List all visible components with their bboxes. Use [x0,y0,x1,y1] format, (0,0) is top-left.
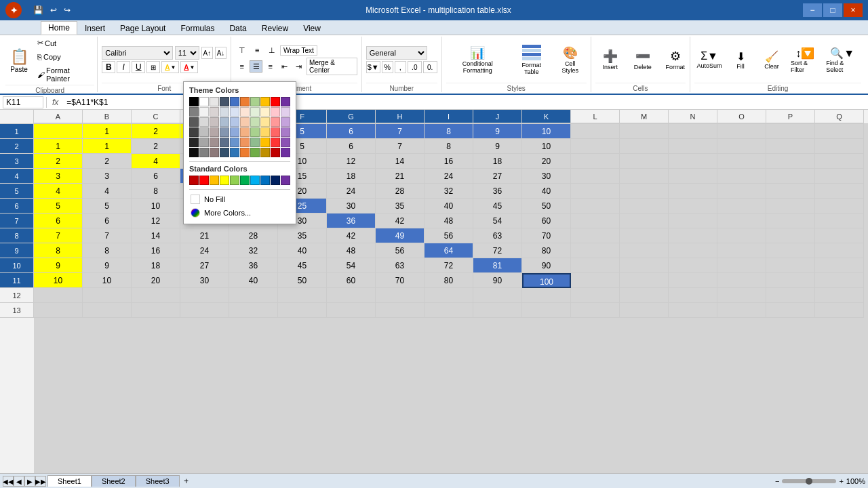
cell-J7[interactable]: 54 [473,214,522,228]
standard-swatch-yellow[interactable] [220,176,229,185]
comma-btn[interactable]: , [395,61,406,73]
cell-N6[interactable] [669,199,717,214]
color-swatch[interactable] [271,97,280,106]
col-header-O[interactable]: O [717,110,766,123]
cell-P13[interactable] [766,303,815,318]
col-header-K[interactable]: K [522,110,571,123]
cell-J11[interactable]: 90 [473,273,522,288]
color-swatch[interactable] [220,117,229,127]
more-colors-option[interactable]: More Colors... [189,206,290,220]
cell-A8[interactable]: 7 [34,228,83,243]
italic-btn[interactable]: I [117,61,130,73]
next-sheet-btn[interactable]: ▶ [24,476,35,487]
color-swatch[interactable] [240,97,250,106]
cell-K9[interactable]: 80 [522,243,571,258]
cell-P8[interactable] [766,228,815,243]
color-swatch[interactable] [271,148,280,157]
cell-K12[interactable] [522,288,571,303]
color-swatch[interactable] [210,97,219,106]
add-sheet-btn[interactable]: + [181,476,192,487]
name-box[interactable]: K11 [3,96,43,108]
standard-swatch-blue[interactable] [260,176,270,185]
cell-I3[interactable]: 16 [425,154,473,169]
cell-G1[interactable]: 6 [327,124,376,139]
cell-L5[interactable] [571,184,620,199]
cell-O9[interactable] [717,243,766,258]
cell-F10[interactable]: 45 [278,258,327,273]
copy-button[interactable]: ⎘ Copy [34,51,94,63]
row-num-1[interactable]: 1 [0,124,34,139]
cell-H3[interactable]: 14 [376,154,425,169]
color-swatch[interactable] [260,97,270,106]
cell-I2[interactable]: 8 [425,139,473,154]
no-fill-option[interactable]: No Fill [189,192,290,206]
cell-A2[interactable]: 1 [34,139,83,154]
cell-L10[interactable] [571,258,620,273]
sort-filter-btn[interactable]: ↕🔽 Sort & Filter [788,44,822,76]
cut-button[interactable]: ✂ Cut [34,37,94,49]
sheet-tab-3[interactable]: Sheet3 [136,475,180,487]
color-swatch[interactable] [199,107,209,117]
row-num-4[interactable]: 4 [0,169,34,184]
cell-Q9[interactable] [815,243,864,258]
cell-K2[interactable]: 10 [522,139,571,154]
color-swatch[interactable] [250,127,260,137]
cell-D9[interactable]: 24 [180,243,229,258]
cell-A13[interactable] [34,303,83,318]
cell-N1[interactable] [669,124,717,139]
cell-J1[interactable]: 9 [473,124,522,139]
cell-B13[interactable] [83,303,132,318]
format-as-table-btn[interactable]: Format Table [512,42,551,78]
col-header-H[interactable]: H [376,110,425,123]
cell-L11[interactable] [571,273,620,288]
color-swatch[interactable] [199,148,209,157]
color-swatch[interactable] [220,127,229,137]
row-num-9[interactable]: 9 [0,243,34,258]
cell-G10[interactable]: 54 [327,258,376,273]
cell-N4[interactable] [669,169,717,184]
color-swatch[interactable] [281,107,290,117]
col-header-I[interactable]: I [425,110,473,123]
number-format-select[interactable]: General [366,46,427,60]
border-btn[interactable]: ⊞ [146,61,160,73]
col-header-A[interactable]: A [34,110,83,123]
col-header-G[interactable]: G [327,110,376,123]
cell-A11[interactable]: 10 [34,273,83,288]
cell-D12[interactable] [180,288,229,303]
color-swatch[interactable] [271,117,280,127]
cell-Q7[interactable] [815,214,864,228]
cell-H9[interactable]: 56 [376,243,425,258]
cell-N12[interactable] [669,288,717,303]
cell-Q12[interactable] [815,288,864,303]
cell-P7[interactable] [766,214,815,228]
tab-formulas[interactable]: Formulas [173,22,222,35]
wrap-text-btn[interactable]: Wrap Text [280,45,317,56]
cell-A9[interactable]: 8 [34,243,83,258]
cell-D11[interactable]: 30 [180,273,229,288]
cell-G5[interactable]: 24 [327,184,376,199]
cell-O8[interactable] [717,228,766,243]
close-btn[interactable]: × [844,3,863,17]
tab-home[interactable]: Home [41,21,77,35]
cell-M13[interactable] [620,303,669,318]
cell-D8[interactable]: 21 [180,228,229,243]
cell-O11[interactable] [717,273,766,288]
cell-J2[interactable]: 9 [473,139,522,154]
cell-F8[interactable]: 35 [278,228,327,243]
cell-Q2[interactable] [815,139,864,154]
tab-page-layout[interactable]: Page Layout [113,22,173,35]
cell-F9[interactable]: 40 [278,243,327,258]
color-swatch[interactable] [271,107,280,117]
cell-K11[interactable]: 100 [522,273,571,288]
cell-P10[interactable] [766,258,815,273]
fill-color-btn[interactable]: A▼ [161,61,179,73]
cell-M4[interactable] [620,169,669,184]
color-swatch[interactable] [230,97,239,106]
increase-decimal-btn[interactable]: 0. [423,61,437,73]
currency-btn[interactable]: $▼ [366,61,380,73]
cell-P12[interactable] [766,288,815,303]
cell-I7[interactable]: 48 [425,214,473,228]
cell-C6[interactable]: 10 [132,199,180,214]
color-swatch[interactable] [240,138,250,147]
cell-Q4[interactable] [815,169,864,184]
